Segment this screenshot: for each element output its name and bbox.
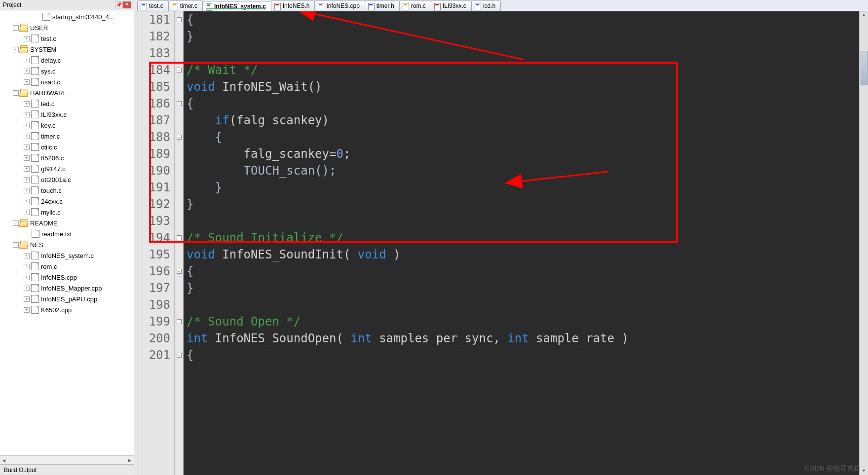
fold-icon[interactable]: - [177, 319, 182, 324]
code-line[interactable]: void InfoNES_Wait() [187, 78, 868, 95]
scroll-left-icon[interactable]: ◂ [0, 457, 8, 464]
tree-file[interactable]: readme.txt [2, 228, 134, 239]
code-line[interactable]: { [187, 95, 868, 112]
expand-icon[interactable]: - [13, 47, 19, 52]
tab-timer-h[interactable]: timer.h [365, 0, 400, 11]
expand-icon[interactable]: + [24, 36, 30, 41]
expand-icon[interactable]: + [24, 296, 30, 302]
tab-InfoNES-cpp[interactable]: InfoNES.cpp [314, 0, 365, 11]
scroll-down-icon[interactable]: ▾ [863, 467, 865, 475]
expand-icon[interactable]: + [24, 210, 30, 215]
tree-file[interactable]: +usart.c [2, 76, 134, 87]
tree-file[interactable]: +InfoNES_system.c [2, 250, 134, 261]
fold-icon[interactable]: - [177, 235, 182, 240]
pin-icon[interactable]: 📌 [115, 1, 123, 8]
tree-file[interactable]: +ft5206.c [2, 152, 134, 163]
tree-hscrollbar[interactable]: ◂ ▸ [0, 455, 134, 464]
expand-icon[interactable]: + [24, 188, 30, 193]
fold-gutter[interactable]: -------- [175, 11, 184, 475]
expand-icon[interactable]: - [13, 220, 19, 226]
close-icon[interactable]: ✕ [123, 1, 131, 8]
tab-timer-c[interactable]: timer.c [168, 0, 203, 11]
expand-icon[interactable]: + [24, 199, 30, 204]
tree-folder[interactable]: -NES [2, 239, 134, 250]
code-line[interactable]: void InfoNES_SoundInit( void ) [187, 246, 868, 263]
code-line[interactable] [187, 296, 868, 313]
expand-icon[interactable]: - [13, 90, 19, 96]
tab-lcd-h[interactable]: lcd.h [471, 0, 501, 11]
expand-icon[interactable]: + [24, 123, 30, 128]
scroll-up-icon[interactable]: ▴ [863, 11, 865, 19]
tab-ILI93xx-c[interactable]: ILI93xx.c [431, 0, 472, 11]
tree-file[interactable]: +InfoNES_pAPU.cpp [2, 293, 134, 304]
tree-file[interactable]: +gt9147.c [2, 163, 134, 174]
code-line[interactable]: /* Sound Open */ [187, 313, 868, 330]
tree-file[interactable]: +ctiic.c [2, 142, 134, 152]
fold-icon[interactable]: - [177, 135, 182, 140]
fold-icon[interactable]: - [177, 353, 182, 358]
fold-icon[interactable]: - [177, 17, 182, 22]
project-tree[interactable]: startup_stm32f40_4...-USER+test.c-SYSTEM… [0, 10, 134, 455]
tree-file[interactable]: +24cxx.c [2, 196, 134, 207]
expand-icon[interactable]: + [24, 253, 30, 258]
code-line[interactable]: } [187, 28, 868, 45]
expand-icon[interactable]: + [24, 275, 30, 280]
code-line[interactable]: falg_scankey=0; [187, 146, 868, 162]
code-line[interactable]: if(falg_scankey) [187, 112, 868, 129]
tree-file[interactable]: +InfoNES_Mapper.cpp [2, 283, 134, 293]
code-line[interactable]: int InfoNES_SoundOpen( int samples_per_s… [187, 330, 868, 347]
scroll-right-icon[interactable]: ▸ [126, 457, 134, 464]
code-lines[interactable]: {}/* Wait */void InfoNES_Wait(){ if(falg… [184, 11, 868, 475]
tab-rom-c[interactable]: rom.c [399, 0, 431, 11]
expand-icon[interactable]: + [24, 177, 30, 183]
code-line[interactable]: { [187, 263, 868, 280]
code-line[interactable]: /* Wait */ [187, 62, 868, 78]
expand-icon[interactable]: + [24, 69, 30, 74]
expand-icon[interactable]: + [24, 134, 30, 139]
code-editor[interactable]: 1811821831841851861871881891901911921931… [134, 11, 868, 475]
expand-icon[interactable]: + [24, 307, 30, 313]
code-line[interactable]: { [187, 11, 868, 28]
tree-file[interactable]: +led.c [2, 98, 134, 109]
tree-file[interactable]: +timer.c [2, 131, 134, 142]
tab-test-c[interactable]: test.c [137, 0, 169, 11]
code-line[interactable]: /* Sound Initialize */ [187, 229, 868, 246]
tree-file[interactable]: +sys.c [2, 66, 134, 76]
code-line[interactable] [187, 45, 868, 62]
fold-icon[interactable]: - [177, 68, 182, 73]
expand-icon[interactable]: + [24, 101, 30, 107]
expand-icon[interactable]: + [24, 155, 30, 161]
expand-icon[interactable]: + [24, 286, 30, 291]
expand-icon[interactable]: + [24, 112, 30, 117]
code-line[interactable]: { [187, 347, 868, 364]
tree-folder[interactable]: -HARDWARE [2, 87, 134, 98]
scrollbar-thumb[interactable] [861, 51, 868, 85]
tree-file[interactable]: startup_stm32f40_4... [2, 11, 134, 22]
tree-file[interactable]: +myiic.c [2, 207, 134, 218]
tree-file[interactable]: +InfoNES.cpp [2, 272, 134, 283]
tree-file[interactable]: +touch.c [2, 185, 134, 196]
tree-file[interactable]: +test.c [2, 33, 134, 44]
tree-folder[interactable]: -USER [2, 22, 134, 33]
tree-file[interactable]: +ott2001a.c [2, 174, 134, 185]
fold-icon[interactable]: - [177, 269, 182, 274]
expand-icon[interactable]: + [24, 145, 30, 150]
expand-icon[interactable]: + [24, 58, 30, 63]
expand-icon[interactable]: - [13, 242, 19, 248]
code-line[interactable]: } [187, 196, 868, 213]
fold-icon[interactable]: - [177, 101, 182, 106]
tab-InfoNES_system-c[interactable]: InfoNES_system.c [202, 1, 271, 11]
tab-InfoNES-h[interactable]: InfoNES.h [271, 0, 315, 11]
tree-file[interactable]: +ILI93xx.c [2, 109, 134, 120]
expand-icon[interactable]: + [24, 79, 30, 85]
tree-folder[interactable]: -SYSTEM [2, 44, 134, 55]
tree-file[interactable]: +delay.c [2, 55, 134, 66]
code-line[interactable]: } [187, 280, 868, 296]
expand-icon[interactable]: - [13, 25, 19, 31]
expand-icon[interactable]: + [24, 166, 30, 172]
tree-folder[interactable]: -README [2, 218, 134, 228]
code-line[interactable]: TOUCH_scan(); [187, 162, 868, 179]
code-line[interactable]: } [187, 179, 868, 196]
editor-vscrollbar[interactable]: ▴ ▾ [859, 11, 868, 475]
code-line[interactable]: { [187, 129, 868, 146]
